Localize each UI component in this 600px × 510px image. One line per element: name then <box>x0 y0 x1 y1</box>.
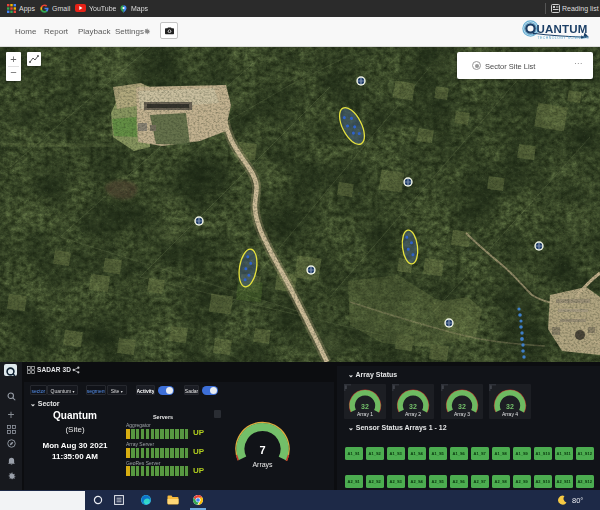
svg-text:Array 4: Array 4 <box>502 410 518 416</box>
svg-text:Array 3: Array 3 <box>453 410 469 416</box>
svg-text:i: i <box>345 385 346 390</box>
svg-text:Arrays: Arrays <box>252 461 273 469</box>
svg-text:Array 2: Array 2 <box>405 410 421 416</box>
svg-text:32: 32 <box>361 402 369 409</box>
svg-text:32: 32 <box>409 402 417 409</box>
svg-text:i: i <box>442 385 443 390</box>
svg-text:UANTUM: UANTUM <box>537 23 588 35</box>
svg-text:Array 1: Array 1 <box>356 410 372 416</box>
svg-text:i: i <box>491 385 492 390</box>
svg-text:32: 32 <box>506 402 514 409</box>
svg-text:7: 7 <box>259 444 265 456</box>
svg-text:i: i <box>394 385 395 390</box>
svg-text:TECHNOLOGY SCIENCES: TECHNOLOGY SCIENCES <box>538 36 590 40</box>
svg-text:32: 32 <box>458 402 466 409</box>
